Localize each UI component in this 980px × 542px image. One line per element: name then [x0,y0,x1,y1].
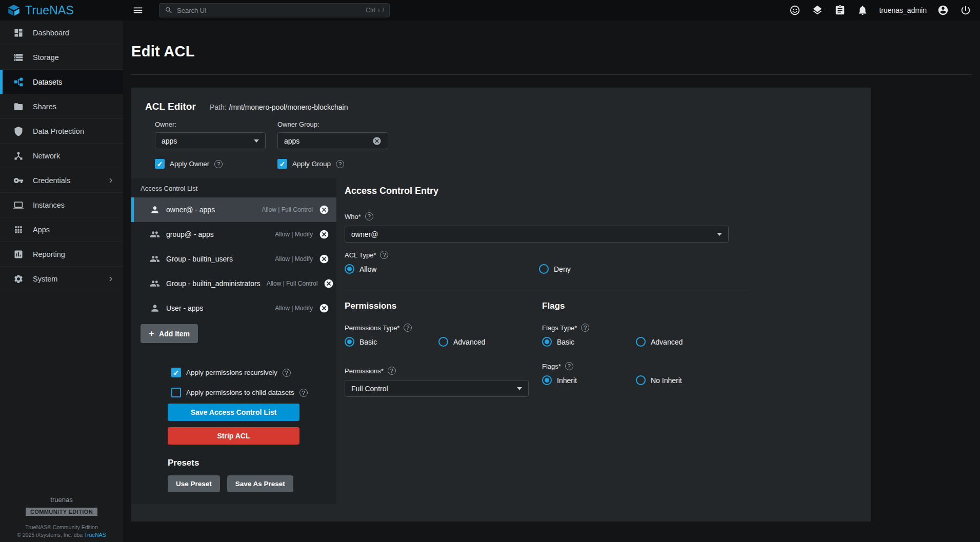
sidebar-item-storage[interactable]: Storage [0,45,123,70]
child-datasets-label: Apply permissions to child datasets [186,389,294,396]
acl-entry-row-user-apps[interactable]: User - apps Allow | Modify [131,296,336,320]
sidebar-item-label: Data Protection [33,127,84,135]
help-icon[interactable] [565,362,573,370]
acl-entry-row-owner[interactable]: owner@ - apps Allow | Full Control [131,197,336,222]
sidebar-item-data-protection[interactable]: Data Protection [0,119,123,144]
sidebar-item-shares[interactable]: Shares [0,94,123,119]
remove-ace-icon[interactable] [319,254,329,264]
strip-acl-button[interactable]: Strip ACL [168,427,299,445]
sidebar-item-apps[interactable]: Apps [0,217,123,242]
acl-entry-permission: Allow | Modify [275,255,313,263]
tasks-button[interactable] [834,4,846,16]
owner-group-input[interactable]: apps [277,132,388,149]
acl-list-panel: Access Control List owner@ - apps Allow … [131,178,336,504]
sidebar-item-label: Reporting [33,250,65,258]
permissions-label: Permissions* [345,367,384,375]
power-button[interactable] [959,4,972,16]
acl-list-title: Access Control List [131,178,336,197]
layers-icon [812,5,823,16]
hamburger-icon [132,5,144,16]
storage-icon [13,52,24,63]
apply-owner-checkbox[interactable] [155,159,165,169]
permissions-select[interactable]: Full Control [345,380,529,397]
help-icon[interactable] [299,389,308,397]
sidebar-item-reporting[interactable]: Reporting [0,242,123,267]
help-icon[interactable] [283,369,291,377]
radio-deny-label: Deny [554,265,571,273]
child-datasets-checkbox[interactable] [171,388,181,397]
sidebar-item-label: System [33,275,57,283]
radio-icon [539,264,549,274]
sidebar-item-network[interactable]: Network [0,144,123,168]
radio-icon [345,337,354,347]
sidebar-item-datasets[interactable]: Datasets [0,70,123,94]
bell-icon [857,5,868,16]
acl-entry-row-group[interactable]: group@ - apps Allow | Modify [131,222,336,247]
help-icon[interactable] [581,324,589,332]
datasets-tree-icon [13,77,24,87]
acl-entry-row-builtin-administrators[interactable]: Group - builtin_administrators Allow | F… [131,271,336,296]
help-icon[interactable] [380,251,388,259]
radio-allow[interactable]: Allow [345,264,539,274]
radio-deny[interactable]: Deny [539,264,633,274]
jobs-button[interactable] [811,4,824,16]
radio-no-inherit-label: No Inherit [651,376,682,385]
acl-editor-heading: ACL Editor [145,101,196,112]
save-as-preset-label: Save As Preset [235,480,285,488]
help-icon[interactable] [388,367,396,375]
owner-select[interactable]: apps [155,132,266,149]
power-icon [960,5,971,16]
save-acl-button[interactable]: Save Access Control List [168,404,299,421]
help-icon[interactable] [336,160,344,168]
alerts-button[interactable] [856,4,869,16]
remove-ace-icon[interactable] [319,205,329,215]
radio-basic-label: Basic [557,338,574,346]
radio-permissions-basic[interactable]: Basic [345,337,438,347]
global-search[interactable]: Ctrl + / [159,3,390,17]
search-input[interactable] [177,7,362,14]
sidebar-item-dashboard[interactable]: Dashboard [0,21,123,45]
path-value: /mnt/monero-pool/monero-blockchain [229,103,348,111]
menu-toggle-button[interactable] [129,2,147,19]
remove-ace-icon[interactable] [319,303,329,313]
recursive-checkbox[interactable] [171,368,181,377]
use-preset-button[interactable]: Use Preset [168,475,220,492]
feedback-button[interactable] [789,4,801,16]
save-as-preset-button[interactable]: Save As Preset [227,475,293,492]
strip-acl-label: Strip ACL [217,432,250,440]
help-icon[interactable] [214,160,223,168]
truenas-logo-icon [7,4,21,17]
permissions-section: Permissions Permissions Type* Basic [345,301,542,397]
remove-ace-icon[interactable] [319,229,329,239]
sidebar-item-system[interactable]: System [0,267,123,291]
topbar: TrueNAS Ctrl + / truenas_admin [0,0,980,21]
who-select[interactable]: owner@ [345,226,729,243]
owner-value: apps [162,137,177,145]
radio-permissions-advanced[interactable]: Advanced [438,337,532,347]
remove-ace-icon[interactable] [324,278,334,289]
add-item-button[interactable]: Add Item [141,324,198,343]
radio-icon [542,375,552,385]
radio-inherit[interactable]: Inherit [542,375,636,385]
account-button[interactable] [937,4,949,16]
help-icon[interactable] [404,324,412,332]
radio-no-inherit[interactable]: No Inherit [636,375,730,385]
acl-entry-row-builtin-users[interactable]: Group - builtin_users Allow | Modify [131,247,336,271]
search-shortcut: Ctrl + / [366,7,384,14]
radio-flags-advanced[interactable]: Advanced [636,337,730,347]
copyright-brand-link[interactable]: TrueNAS [84,532,106,538]
brand[interactable]: TrueNAS [0,4,123,17]
chevron-down-icon [717,233,722,236]
group-icon [150,229,160,239]
dataset-path: Path:/mnt/monero-pool/monero-blockchain [210,103,348,111]
sidebar-item-credentials[interactable]: Credentials [0,168,123,193]
clear-icon[interactable] [372,136,382,146]
acl-entry-name: group@ - apps [166,230,214,238]
sidebar-item-instances[interactable]: Instances [0,193,123,217]
search-icon [165,6,173,14]
help-icon[interactable] [365,212,373,220]
radio-flags-basic[interactable]: Basic [542,337,636,347]
permissions-type-radio-group: Basic Advanced [345,337,542,347]
apply-group-checkbox[interactable] [277,159,287,169]
sidebar-footer: truenas COMMUNITY EDITION TrueNAS® Commu… [0,496,123,538]
